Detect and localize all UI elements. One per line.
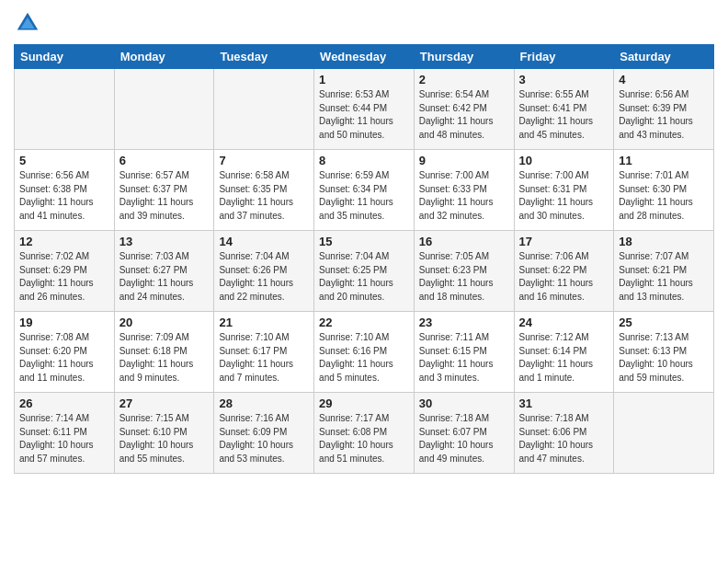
day-number: 30: [419, 396, 509, 410]
day-number: 13: [119, 235, 210, 248]
header-day-sunday: Sunday: [15, 45, 115, 69]
day-number: 15: [319, 235, 409, 248]
calendar-cell: 8Sunrise: 6:59 AM Sunset: 6:34 PM Daylig…: [314, 150, 415, 231]
day-info: Sunrise: 6:59 AM Sunset: 6:34 PM Dayligh…: [319, 169, 409, 223]
header-day-monday: Monday: [114, 45, 214, 69]
day-number: 31: [519, 396, 609, 410]
day-number: 14: [219, 235, 309, 248]
day-number: 12: [19, 235, 109, 248]
day-number: 6: [119, 154, 210, 167]
day-info: Sunrise: 7:00 AM Sunset: 6:33 PM Dayligh…: [419, 169, 509, 223]
day-info: Sunrise: 7:18 AM Sunset: 6:06 PM Dayligh…: [519, 412, 609, 465]
calendar-cell: 2Sunrise: 6:54 AM Sunset: 6:42 PM Daylig…: [414, 69, 514, 150]
day-info: Sunrise: 7:07 AM Sunset: 6:21 PM Dayligh…: [619, 250, 709, 304]
day-info: Sunrise: 7:12 AM Sunset: 6:14 PM Dayligh…: [519, 331, 609, 385]
calendar-header: SundayMondayTuesdayWednesdayThursdayFrid…: [15, 45, 714, 69]
calendar-cell: 16Sunrise: 7:05 AM Sunset: 6:23 PM Dayli…: [414, 231, 514, 312]
day-number: 2: [419, 73, 509, 86]
logo: [14, 9, 45, 37]
logo-icon: [14, 9, 41, 37]
day-number: 21: [219, 316, 309, 329]
calendar-cell: 19Sunrise: 7:08 AM Sunset: 6:20 PM Dayli…: [15, 312, 115, 393]
calendar-cell: 4Sunrise: 6:56 AM Sunset: 6:39 PM Daylig…: [614, 69, 714, 150]
calendar-cell: 25Sunrise: 7:13 AM Sunset: 6:13 PM Dayli…: [614, 312, 714, 393]
header-day-tuesday: Tuesday: [214, 45, 314, 69]
day-number: 8: [319, 154, 409, 167]
header-day-thursday: Thursday: [414, 45, 514, 69]
header-day-saturday: Saturday: [614, 45, 714, 69]
day-info: Sunrise: 7:00 AM Sunset: 6:31 PM Dayligh…: [519, 169, 609, 223]
calendar-cell: 14Sunrise: 7:04 AM Sunset: 6:26 PM Dayli…: [214, 231, 314, 312]
calendar-cell: [114, 69, 214, 150]
calendar-cell: 23Sunrise: 7:11 AM Sunset: 6:15 PM Dayli…: [414, 312, 514, 393]
day-number: 4: [619, 73, 709, 86]
day-number: 7: [219, 154, 309, 167]
calendar-table: SundayMondayTuesdayWednesdayThursdayFrid…: [14, 44, 714, 474]
day-info: Sunrise: 6:53 AM Sunset: 6:44 PM Dayligh…: [319, 88, 409, 142]
day-info: Sunrise: 7:10 AM Sunset: 6:16 PM Dayligh…: [319, 331, 409, 385]
day-number: 5: [19, 154, 109, 167]
calendar-cell: 22Sunrise: 7:10 AM Sunset: 6:16 PM Dayli…: [314, 312, 415, 393]
day-info: Sunrise: 7:05 AM Sunset: 6:23 PM Dayligh…: [419, 250, 509, 304]
header-row: SundayMondayTuesdayWednesdayThursdayFrid…: [15, 45, 714, 69]
calendar-cell: 3Sunrise: 6:55 AM Sunset: 6:41 PM Daylig…: [514, 69, 614, 150]
calendar-cell: 10Sunrise: 7:00 AM Sunset: 6:31 PM Dayli…: [514, 150, 614, 231]
day-info: Sunrise: 7:17 AM Sunset: 6:08 PM Dayligh…: [319, 412, 409, 465]
calendar-cell: 24Sunrise: 7:12 AM Sunset: 6:14 PM Dayli…: [514, 312, 614, 393]
day-number: 17: [519, 235, 609, 248]
calendar-cell: 11Sunrise: 7:01 AM Sunset: 6:30 PM Dayli…: [614, 150, 714, 231]
calendar-cell: [614, 393, 714, 474]
calendar-cell: 6Sunrise: 6:57 AM Sunset: 6:37 PM Daylig…: [114, 150, 214, 231]
calendar-cell: 17Sunrise: 7:06 AM Sunset: 6:22 PM Dayli…: [514, 231, 614, 312]
calendar-cell: 13Sunrise: 7:03 AM Sunset: 6:27 PM Dayli…: [114, 231, 214, 312]
calendar-cell: 12Sunrise: 7:02 AM Sunset: 6:29 PM Dayli…: [15, 231, 115, 312]
day-info: Sunrise: 6:54 AM Sunset: 6:42 PM Dayligh…: [419, 88, 509, 142]
day-info: Sunrise: 6:56 AM Sunset: 6:38 PM Dayligh…: [19, 169, 109, 223]
calendar-cell: 21Sunrise: 7:10 AM Sunset: 6:17 PM Dayli…: [214, 312, 314, 393]
day-info: Sunrise: 6:56 AM Sunset: 6:39 PM Dayligh…: [619, 88, 709, 142]
calendar-cell: 15Sunrise: 7:04 AM Sunset: 6:25 PM Dayli…: [314, 231, 415, 312]
calendar-cell: 27Sunrise: 7:15 AM Sunset: 6:10 PM Dayli…: [114, 393, 214, 474]
day-number: 19: [19, 316, 109, 329]
day-info: Sunrise: 7:06 AM Sunset: 6:22 PM Dayligh…: [519, 250, 609, 304]
day-number: 26: [19, 396, 109, 410]
day-number: 1: [319, 73, 409, 86]
calendar-cell: 31Sunrise: 7:18 AM Sunset: 6:06 PM Dayli…: [514, 393, 614, 474]
calendar-cell: 9Sunrise: 7:00 AM Sunset: 6:33 PM Daylig…: [414, 150, 514, 231]
calendar-cell: 30Sunrise: 7:18 AM Sunset: 6:07 PM Dayli…: [414, 393, 514, 474]
day-number: 28: [219, 396, 309, 410]
day-info: Sunrise: 7:16 AM Sunset: 6:09 PM Dayligh…: [219, 412, 309, 465]
day-number: 11: [619, 154, 709, 167]
calendar-cell: 26Sunrise: 7:14 AM Sunset: 6:11 PM Dayli…: [15, 393, 115, 474]
day-info: Sunrise: 7:13 AM Sunset: 6:13 PM Dayligh…: [619, 331, 709, 385]
week-row-1: 1Sunrise: 6:53 AM Sunset: 6:44 PM Daylig…: [15, 69, 714, 150]
calendar-cell: 28Sunrise: 7:16 AM Sunset: 6:09 PM Dayli…: [214, 393, 314, 474]
day-info: Sunrise: 7:10 AM Sunset: 6:17 PM Dayligh…: [219, 331, 309, 385]
day-info: Sunrise: 7:01 AM Sunset: 6:30 PM Dayligh…: [619, 169, 709, 223]
day-info: Sunrise: 7:14 AM Sunset: 6:11 PM Dayligh…: [19, 412, 109, 465]
day-number: 20: [119, 316, 210, 329]
day-number: 23: [419, 316, 509, 329]
day-info: Sunrise: 7:11 AM Sunset: 6:15 PM Dayligh…: [419, 331, 509, 385]
day-number: 27: [119, 396, 210, 410]
calendar-cell: 29Sunrise: 7:17 AM Sunset: 6:08 PM Dayli…: [314, 393, 415, 474]
calendar-cell: [214, 69, 314, 150]
day-number: 24: [519, 316, 609, 329]
day-number: 16: [419, 235, 509, 248]
day-number: 3: [519, 73, 609, 86]
main-container: SundayMondayTuesdayWednesdayThursdayFrid…: [0, 0, 728, 483]
day-info: Sunrise: 6:55 AM Sunset: 6:41 PM Dayligh…: [519, 88, 609, 142]
calendar-cell: 5Sunrise: 6:56 AM Sunset: 6:38 PM Daylig…: [15, 150, 115, 231]
day-info: Sunrise: 7:18 AM Sunset: 6:07 PM Dayligh…: [419, 412, 509, 465]
calendar-cell: 18Sunrise: 7:07 AM Sunset: 6:21 PM Dayli…: [614, 231, 714, 312]
calendar-cell: 1Sunrise: 6:53 AM Sunset: 6:44 PM Daylig…: [314, 69, 415, 150]
day-info: Sunrise: 7:08 AM Sunset: 6:20 PM Dayligh…: [19, 331, 109, 385]
day-info: Sunrise: 6:58 AM Sunset: 6:35 PM Dayligh…: [219, 169, 309, 223]
day-number: 10: [519, 154, 609, 167]
week-row-3: 12Sunrise: 7:02 AM Sunset: 6:29 PM Dayli…: [15, 231, 714, 312]
day-info: Sunrise: 6:57 AM Sunset: 6:37 PM Dayligh…: [119, 169, 210, 223]
week-row-5: 26Sunrise: 7:14 AM Sunset: 6:11 PM Dayli…: [15, 393, 714, 474]
day-number: 9: [419, 154, 509, 167]
day-number: 18: [619, 235, 709, 248]
day-number: 29: [319, 396, 409, 410]
